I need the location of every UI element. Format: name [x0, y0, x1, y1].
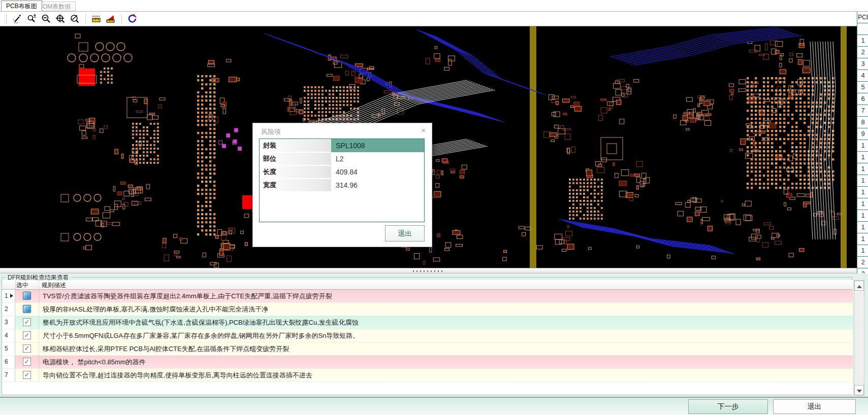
toolbar — [0, 11, 857, 26]
pcb-column-cell: 1 — [857, 222, 868, 233]
close-icon[interactable]: × — [421, 126, 426, 134]
pcb-column-cell: 1 — [857, 163, 868, 175]
pcb-column-cell: 1 — [857, 245, 868, 257]
table-row[interactable]: 1TVS管/介质滤波器等陶瓷器件组装在厚度超出2.4mm单板上,由于CTE失配严… — [2, 290, 853, 303]
field-value[interactable]: 409.84 — [331, 165, 424, 179]
tab-bar: PCB布板图 BOM表数据 — [0, 0, 868, 12]
current-row-indicator-icon — [10, 294, 13, 298]
rule-checkbox[interactable]: ✓ — [23, 331, 31, 339]
pcb-column-cell: 7 — [857, 105, 868, 117]
table-row[interactable]: 3✓整机为开放式环境且应用环境中含硫气氛(下水道,含硫保温棉等),PCB绿油塞孔… — [2, 316, 853, 329]
tab-pcb-layout[interactable]: PCB布板图 — [1, 1, 42, 11]
ruler-icon[interactable] — [91, 13, 102, 24]
zoom-adjust-icon[interactable] — [26, 13, 38, 24]
dialog-field-row: 封装SPL1008 — [260, 139, 424, 152]
rule-checkbox[interactable]: ✓ — [23, 371, 31, 379]
pcb-column-cell: 1 — [857, 210, 868, 222]
column-header-description: 规则描述 — [42, 281, 66, 290]
rule-description: 移相器铝腔体过长,采用PTFE PCB与Al腔体CTE失配,在温循条件下焊点蠕变… — [43, 342, 289, 355]
row-number: 2 — [2, 303, 15, 316]
column-header-selected: 选中 — [16, 281, 28, 290]
scroll-down-button[interactable] — [854, 385, 864, 395]
dialog-field-row: 长度409.84 — [260, 165, 424, 179]
pcb-column-cell: 1 — [857, 152, 868, 163]
arrow-down-icon — [857, 390, 862, 393]
pcb-column-cell: 2 — [857, 47, 868, 58]
rule-description: 导向销位置不合理,超过连接器的导向精度,使得单板变形后,离导向柱远的位置连接器插… — [43, 369, 312, 382]
field-value[interactable]: 314.96 — [331, 179, 424, 192]
table-row[interactable]: 7✓导向销位置不合理,超过连接器的导向精度,使得单板变形后,离导向柱远的位置连接… — [2, 369, 853, 382]
dfr-results-panel: DFR规则检查结果查看 选中 规则描述 1TVS管/介质滤波器等陶瓷器件组装在厚… — [0, 273, 868, 397]
pcb-column-cell: 3 — [857, 58, 868, 70]
pcb-column-cell: 9 — [857, 128, 868, 140]
angle-measure-icon[interactable] — [105, 13, 116, 24]
pcb-column-cell: 1 — [857, 187, 868, 198]
footer-bar: 下一步 退出 — [0, 397, 868, 415]
field-value[interactable]: SPL1008 — [331, 139, 424, 152]
zoom-crosshair-icon[interactable] — [55, 13, 66, 24]
pcb-column-cell: 6 — [857, 93, 868, 105]
row-number: 6 — [2, 356, 15, 368]
row-number: 4 — [2, 329, 15, 342]
dfr-table-body: 1TVS管/介质滤波器等陶瓷器件组装在厚度超出2.4mm单板上,由于CTE失配严… — [2, 290, 853, 382]
field-label: 长度 — [260, 166, 331, 178]
dfr-rule-table: 选中 规则描述 1TVS管/介质滤波器等陶瓷器件组装在厚度超出2.4mm单板上,… — [2, 280, 853, 395]
pcb-column-cell: 2 — [857, 257, 868, 268]
pcb-column-cell: 8 — [857, 117, 868, 128]
pcb-data-column[interactable]: PCB 123456789111111111122 — [857, 11, 868, 282]
dialog-field-list: 封装SPL1008部位L2长度409.84宽度314.96 — [259, 139, 425, 222]
pcb-column-cell: 1 — [857, 233, 868, 245]
rotate-view-icon[interactable] — [127, 13, 138, 24]
toolbar-separator — [85, 14, 86, 24]
table-row[interactable]: 6✓电源模块， 禁pitch<0.85mm的器件 — [2, 356, 853, 369]
risk-item-dialog: 风险项 × 封装SPL1008部位L2长度409.84宽度314.96 退出 — [252, 123, 432, 247]
field-label: 封装 — [260, 140, 331, 152]
toolbar-grip[interactable] — [4, 14, 7, 23]
field-value[interactable]: L2 — [331, 152, 424, 165]
probe-select-icon[interactable] — [12, 13, 23, 24]
rule-checkbox[interactable] — [23, 305, 31, 313]
table-row[interactable]: 4✓尺寸小于6.5mmQFN或LGA存在多厂家兼容,某厂家存在多余的焊盘,钢网用… — [2, 329, 853, 342]
dfr-table-header: 选中 规则描述 — [2, 280, 853, 290]
table-row[interactable]: 2较厚的非HASL处理的单板,塞孔不满,微蚀时腐蚀液进入孔中不能完全清洗干净 — [2, 303, 853, 316]
zoom-out-icon[interactable] — [41, 13, 52, 24]
dialog-exit-button[interactable]: 退出 — [385, 225, 425, 241]
table-row[interactable]: 5✓移相器铝腔体过长,采用PTFE PCB与Al腔体CTE失配,在温循条件下焊点… — [2, 342, 853, 356]
pcb-column-cell: 1 — [857, 198, 868, 210]
rule-description: 整机为开放式环境且应用环境中含硫气氛(下水道,含硫保温棉等),PCB绿油塞孔出现… — [43, 316, 359, 329]
row-number: 1 — [2, 290, 15, 302]
dfr-vertical-scrollbar[interactable] — [854, 280, 864, 396]
pcb-column-cell — [857, 23, 868, 35]
row-number: 3 — [2, 316, 15, 329]
rule-checkbox[interactable]: ✓ — [23, 344, 31, 353]
rule-description: 较厚的非HASL处理的单板,塞孔不满,微蚀时腐蚀液进入孔中不能完全清洗干净 — [43, 303, 268, 316]
pcb-column-cell: 1 — [857, 35, 868, 47]
rule-checkbox[interactable] — [23, 292, 31, 300]
dialog-field-row: 宽度314.96 — [260, 179, 424, 192]
dialog-title: 风险项 — [261, 127, 281, 136]
dialog-field-row: 部位L2 — [260, 152, 424, 165]
pcb-column-cell: 1 — [857, 140, 868, 152]
rule-description: 尺寸小于6.5mmQFN或LGA存在多厂家兼容,某厂家存在多余的焊盘,钢网用在另… — [43, 329, 359, 342]
field-label: 宽度 — [260, 179, 331, 191]
rule-description: 电源模块， 禁pitch<0.85mm的器件 — [43, 356, 146, 368]
pcb-column-cell: 1 — [857, 175, 868, 187]
next-step-button[interactable]: 下一步 — [688, 399, 768, 414]
toolbar-separator — [121, 14, 122, 24]
splitter-grip[interactable] — [413, 270, 444, 272]
rule-checkbox[interactable]: ✓ — [23, 358, 31, 366]
app-window: { "tabs": [ {"label": "PCB布板图", "active"… — [0, 0, 868, 415]
pcb-column-cell: 4 — [857, 70, 868, 82]
pcb-column-header: PCB — [857, 12, 868, 23]
row-number: 5 — [2, 342, 15, 355]
footer-exit-button[interactable]: 退出 — [773, 399, 856, 414]
rule-checkbox[interactable]: ✓ — [23, 318, 31, 326]
arrow-up-icon — [857, 285, 862, 288]
pan-view-icon[interactable] — [69, 13, 80, 24]
rule-description: TVS管/介质滤波器等陶瓷器件组装在厚度超出2.4mm单板上,由于CTE失配严重… — [43, 290, 332, 302]
pcb-column-cell: 5 — [857, 82, 868, 93]
row-number: 7 — [2, 369, 15, 382]
horizontal-splitter[interactable] — [0, 268, 857, 273]
field-label: 部位 — [260, 153, 331, 165]
scroll-up-button[interactable] — [854, 281, 864, 291]
